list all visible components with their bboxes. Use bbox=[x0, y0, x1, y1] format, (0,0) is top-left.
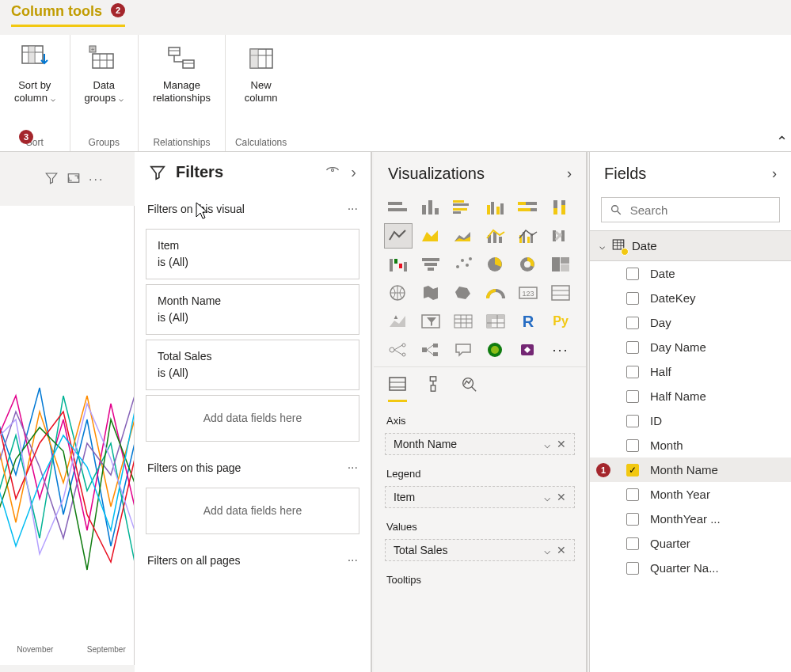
field-row-quarter[interactable]: Quarter bbox=[590, 531, 791, 556]
ribbon-chart-icon[interactable] bbox=[547, 224, 574, 248]
checkbox[interactable] bbox=[626, 562, 639, 575]
chevron-down-icon[interactable]: ⌵ bbox=[544, 491, 550, 503]
checkbox[interactable] bbox=[626, 341, 639, 354]
stacked-bar-100-icon[interactable] bbox=[515, 196, 542, 219]
checkbox[interactable] bbox=[626, 317, 639, 329]
collapse-chevron-icon[interactable]: › bbox=[351, 163, 356, 181]
line-clustered-column-icon[interactable] bbox=[515, 224, 542, 248]
clustered-column-icon[interactable] bbox=[482, 196, 509, 219]
filter-visual-add-placeholder[interactable]: Add data fields here bbox=[146, 395, 359, 442]
key-influencers-icon[interactable] bbox=[385, 338, 412, 362]
decomposition-tree-icon[interactable] bbox=[417, 338, 444, 362]
search-input[interactable] bbox=[630, 203, 771, 217]
filters-page-more[interactable]: ··· bbox=[348, 461, 358, 475]
slicer-icon[interactable] bbox=[417, 309, 444, 333]
sort-by-column-button[interactable]: Sort by column ⌵ bbox=[10, 40, 60, 107]
viz-collapse-chevron[interactable]: › bbox=[567, 165, 572, 182]
get-more-visuals-icon[interactable]: ··· bbox=[547, 338, 574, 362]
ribbon-tab-column-tools[interactable]: Column tools 2 bbox=[11, 3, 125, 27]
filters-visual-more[interactable]: ··· bbox=[348, 202, 358, 216]
line-chart-icon[interactable] bbox=[385, 224, 412, 248]
checkbox[interactable]: ✓ bbox=[626, 464, 639, 476]
field-row-monthyear-[interactable]: MonthYear ... bbox=[590, 507, 791, 531]
qna-icon[interactable] bbox=[450, 338, 477, 362]
donut-icon[interactable] bbox=[515, 252, 542, 276]
table-icon[interactable] bbox=[450, 309, 477, 333]
fields-search[interactable] bbox=[601, 197, 780, 222]
checkbox[interactable] bbox=[626, 292, 639, 305]
gauge-icon[interactable] bbox=[482, 281, 509, 305]
chart-visual[interactable]: November September bbox=[0, 206, 135, 665]
fields-tab[interactable] bbox=[388, 375, 407, 402]
filter-card-month-name[interactable]: Month Name is (All) bbox=[146, 284, 359, 335]
treemap-icon[interactable] bbox=[547, 252, 574, 276]
chevron-down-icon[interactable]: ⌵ bbox=[599, 241, 605, 252]
visual-filter-icon[interactable] bbox=[44, 171, 59, 188]
area-chart-icon[interactable] bbox=[417, 224, 444, 248]
field-row-day[interactable]: Day bbox=[590, 310, 791, 335]
fields-collapse-chevron[interactable]: › bbox=[772, 165, 777, 182]
fields-table-date[interactable]: ⌵ Date bbox=[590, 230, 791, 261]
remove-icon[interactable]: ✕ bbox=[557, 438, 566, 450]
filter-card-item[interactable]: Item is (All) bbox=[146, 229, 359, 279]
pie-icon[interactable] bbox=[482, 252, 509, 276]
clustered-bar-icon[interactable] bbox=[450, 196, 477, 219]
values-well[interactable]: Total Sales ⌵✕ bbox=[385, 539, 575, 561]
checkbox[interactable] bbox=[626, 439, 639, 452]
new-column-button[interactable]: New column bbox=[240, 40, 283, 107]
chevron-down-icon[interactable]: ⌵ bbox=[544, 544, 550, 556]
checkbox[interactable] bbox=[626, 537, 639, 550]
r-visual-icon[interactable]: R bbox=[515, 309, 542, 333]
card-icon[interactable]: 123 bbox=[515, 281, 542, 305]
field-row-day-name[interactable]: Day Name bbox=[590, 335, 791, 359]
preview-icon[interactable] bbox=[325, 163, 340, 181]
checkbox[interactable] bbox=[626, 390, 639, 403]
legend-well[interactable]: Item ⌵✕ bbox=[385, 486, 575, 508]
field-row-half-name[interactable]: Half Name bbox=[590, 384, 791, 408]
checkbox[interactable] bbox=[626, 268, 639, 280]
map-icon[interactable] bbox=[385, 281, 412, 305]
multi-card-icon[interactable] bbox=[547, 281, 574, 305]
field-row-date[interactable]: Date bbox=[590, 261, 791, 286]
funnel-icon[interactable] bbox=[417, 252, 444, 276]
filter-card-total-sales[interactable]: Total Sales is (All) bbox=[146, 340, 359, 390]
shape-map-icon[interactable] bbox=[450, 281, 477, 305]
axis-well[interactable]: Month Name ⌵✕ bbox=[385, 433, 575, 455]
line-stacked-column-icon[interactable] bbox=[482, 224, 509, 248]
stacked-area-icon[interactable] bbox=[450, 224, 477, 248]
arcgis-icon[interactable] bbox=[482, 338, 509, 362]
checkbox[interactable] bbox=[626, 366, 639, 378]
field-row-month-name[interactable]: 1✓Month Name bbox=[590, 457, 791, 482]
field-row-month[interactable]: Month bbox=[590, 433, 791, 457]
stacked-bar-icon[interactable] bbox=[385, 196, 412, 219]
waterfall-icon[interactable] bbox=[385, 252, 412, 276]
kpi-icon[interactable]: ▲ bbox=[385, 309, 412, 333]
filter-page-add-placeholder[interactable]: Add data fields here bbox=[146, 488, 359, 534]
scatter-icon[interactable] bbox=[450, 252, 477, 276]
remove-icon[interactable]: ✕ bbox=[557, 544, 566, 556]
py-visual-icon[interactable]: Py bbox=[547, 309, 574, 333]
field-row-quarter-na-[interactable]: Quarter Na... bbox=[590, 556, 791, 580]
filters-all-more[interactable]: ··· bbox=[348, 553, 358, 568]
field-row-half[interactable]: Half bbox=[590, 359, 791, 384]
visual-focus-icon[interactable] bbox=[67, 171, 81, 188]
field-row-id[interactable]: ID bbox=[590, 408, 791, 433]
data-groups-button[interactable]: + Data groups ⌵ bbox=[80, 40, 128, 107]
visual-more-icon[interactable]: ··· bbox=[89, 173, 104, 187]
field-row-datekey[interactable]: DateKey bbox=[590, 286, 791, 310]
stacked-column-icon[interactable] bbox=[417, 196, 444, 219]
chevron-down-icon[interactable]: ⌵ bbox=[544, 438, 550, 450]
checkbox[interactable] bbox=[626, 513, 639, 526]
manage-relationships-button[interactable]: Manage relationships bbox=[148, 40, 215, 107]
checkbox[interactable] bbox=[626, 415, 639, 427]
field-row-month-year[interactable]: Month Year bbox=[590, 482, 791, 507]
checkbox[interactable] bbox=[626, 488, 639, 501]
analytics-tab[interactable] bbox=[459, 375, 478, 402]
stacked-column-100-icon[interactable] bbox=[547, 196, 574, 219]
filled-map-icon[interactable] bbox=[417, 281, 444, 305]
ribbon-overflow-caret[interactable]: ⌃ bbox=[776, 133, 788, 150]
matrix-icon[interactable] bbox=[482, 309, 509, 333]
remove-icon[interactable]: ✕ bbox=[557, 491, 566, 503]
format-tab[interactable] bbox=[424, 375, 442, 402]
power-apps-icon[interactable] bbox=[515, 338, 542, 362]
